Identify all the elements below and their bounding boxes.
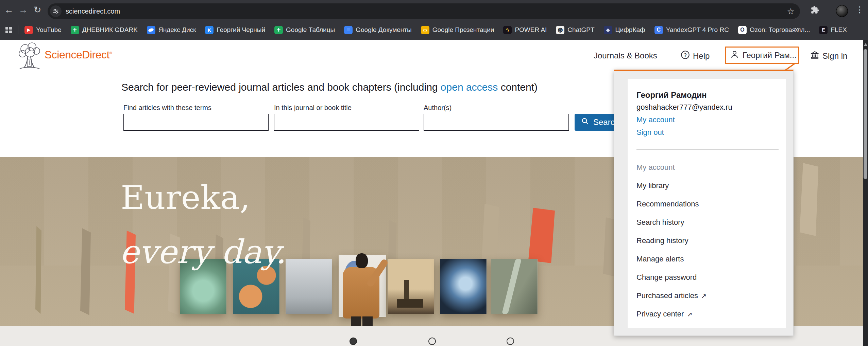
- apps-grid-icon[interactable]: [5, 27, 12, 33]
- river-stream: [502, 259, 522, 314]
- elsevier-tree-logo[interactable]: [17, 41, 41, 72]
- bookmark-item[interactable]: ▶YouTube: [24, 26, 62, 34]
- account-menu-item[interactable]: Purchased articles↗: [636, 287, 779, 305]
- search-heading: Search for peer-reviewed journal article…: [121, 81, 538, 93]
- robot-arm-photo: [286, 259, 332, 314]
- bookmarks-list: ▶YouTube+ДНЕВНИК GDARKЯндекс ДискKГеорги…: [24, 26, 856, 34]
- reload-icon[interactable]: ↻: [30, 0, 45, 20]
- search-terms-input[interactable]: [123, 114, 269, 131]
- menu-section-label: My account: [636, 163, 675, 172]
- bookmark-label: Google Документы: [356, 26, 412, 34]
- person-icon: [730, 50, 739, 61]
- bookmark-label: Георгий Черный: [217, 26, 265, 34]
- bookmark-item[interactable]: +ДНЕВНИК GDARK: [71, 26, 138, 34]
- bookmark-star-icon[interactable]: ☆: [787, 6, 795, 16]
- bookmark-item[interactable]: EFLEX: [819, 26, 847, 34]
- browser-profile-avatar[interactable]: [836, 5, 848, 17]
- menu-item-label: Change password: [636, 273, 697, 281]
- account-menu-item[interactable]: Recommendations: [636, 195, 779, 213]
- browser-toolbar: ← → ↻ sciencedirect.com ☆ ⋮: [0, 0, 868, 20]
- bookmark-label: Google Таблицы: [286, 26, 335, 34]
- browser-menu-icon[interactable]: ⋮: [855, 5, 864, 15]
- cifrkaf-icon: ◈: [604, 26, 612, 34]
- carousel-dot[interactable]: [428, 338, 436, 345]
- scrollbar-up-arrow[interactable]: [864, 43, 867, 46]
- institution-icon: [810, 50, 819, 61]
- user-account-button[interactable]: Георгий Рам...: [725, 47, 799, 64]
- power-ai-icon: ϟ: [503, 26, 512, 34]
- svg-text:?: ?: [684, 52, 687, 58]
- bookmark-label: YouTube: [36, 26, 62, 34]
- authors-input[interactable]: [424, 114, 569, 131]
- back-icon[interactable]: ←: [1, 0, 16, 20]
- toolbar-divider: [827, 5, 827, 14]
- account-menu-item[interactable]: Privacy center↗: [636, 305, 779, 323]
- bookmark-item[interactable]: CYandexGPT 4 Pro RC: [654, 26, 729, 34]
- menu-divider: [636, 149, 779, 150]
- url-text: sciencedirect.com: [66, 7, 120, 15]
- yandexgpt-icon: C: [654, 26, 663, 34]
- account-menu-item[interactable]: Manage alerts: [636, 250, 779, 268]
- bookmark-item[interactable]: ◈ЦифрКаф: [604, 26, 645, 34]
- carousel-dot[interactable]: [507, 338, 514, 345]
- account-email: goshahacker777@yandex.ru: [636, 103, 732, 112]
- bookmarks-bar: ▶YouTube+ДНЕВНИК GDARKЯндекс ДискKГеорги…: [0, 20, 868, 40]
- terms-field-label: Find articles with these terms: [123, 104, 211, 112]
- bookmark-label: ChatGPT: [567, 26, 594, 34]
- authors-field-label: Author(s): [424, 104, 452, 112]
- account-menu-list: My libraryRecommendationsSearch historyR…: [636, 177, 779, 323]
- menu-item-label: Recommendations: [636, 200, 699, 208]
- journal-title-input[interactable]: [274, 114, 419, 131]
- account-menu-item[interactable]: My library: [636, 177, 779, 195]
- bookmark-label: FLEX: [831, 26, 847, 34]
- sheets-icon: +: [274, 26, 283, 34]
- menu-item-label: Privacy center: [636, 310, 684, 318]
- flex-icon: E: [819, 26, 828, 34]
- bookmark-item[interactable]: ≡Google Документы: [344, 26, 412, 34]
- bookmark-label: YandexGPT 4 Pro RC: [666, 26, 729, 34]
- bookmark-item[interactable]: KГеоргий Черный: [205, 26, 265, 34]
- bookmark-item[interactable]: Яндекс Диск: [147, 26, 196, 34]
- bookmarks-overflow-icon[interactable]: »: [795, 24, 799, 34]
- bookmark-item[interactable]: ▭Google Презентации: [421, 26, 494, 34]
- menu-item-label: Reading history: [636, 236, 688, 245]
- chatgpt-icon: ⊛: [556, 26, 564, 34]
- bookmark-item[interactable]: ⊛ChatGPT: [556, 26, 594, 34]
- nav-help[interactable]: ? Help: [681, 50, 710, 61]
- carousel-dot[interactable]: [350, 338, 357, 345]
- account-menu-item[interactable]: Search history: [636, 213, 779, 232]
- menu-item-label: My library: [636, 181, 669, 190]
- docs-icon: ≡: [344, 26, 353, 34]
- bookmark-label: Google Презентации: [432, 26, 494, 34]
- account-name: Георгий Рамодин: [636, 90, 707, 100]
- my-account-link[interactable]: My account: [636, 115, 675, 124]
- help-icon: ?: [681, 50, 690, 61]
- open-access-link[interactable]: open access: [441, 81, 498, 93]
- page-scrollbar-thumb[interactable]: [864, 49, 867, 179]
- river-delta-photo: [491, 259, 538, 314]
- journal-field-label: In this journal or book title: [274, 104, 352, 112]
- menu-item-label: Manage alerts: [636, 255, 684, 263]
- address-bar[interactable]: sciencedirect.com ☆: [48, 3, 800, 19]
- account-menu-item[interactable]: Change password: [636, 268, 779, 287]
- particle-network-photo: [440, 259, 487, 314]
- account-menu-item[interactable]: Reading history: [636, 232, 779, 250]
- slides-icon: ▭: [421, 26, 429, 34]
- youtube-icon: ▶: [24, 26, 33, 34]
- sign-out-link[interactable]: Sign out: [636, 128, 664, 137]
- screenshot-root: ← → ↻ sciencedirect.com ☆ ⋮: [0, 0, 868, 346]
- hero-title-line2: every day.: [120, 236, 286, 268]
- bookmark-item[interactable]: ϟPOWER AI: [503, 26, 547, 34]
- sciencedirect-wordmark[interactable]: ScienceDirect®: [45, 49, 112, 61]
- nav-journals-books[interactable]: Journals & Books: [594, 51, 657, 60]
- forward-icon[interactable]: →: [16, 0, 31, 20]
- bookmark-label: POWER AI: [515, 26, 547, 34]
- trademark-symbol: ®: [109, 51, 112, 55]
- menu-item-label: Purchased articles: [636, 291, 698, 300]
- site-settings-icon[interactable]: [50, 5, 62, 17]
- bookmark-label: ДНЕВНИК GDARK: [82, 26, 138, 34]
- external-link-icon: ↗: [687, 311, 692, 318]
- bookmark-item[interactable]: +Google Таблицы: [274, 26, 335, 34]
- extensions-icon[interactable]: [811, 5, 819, 16]
- sign-in-button[interactable]: Sign in: [810, 50, 847, 61]
